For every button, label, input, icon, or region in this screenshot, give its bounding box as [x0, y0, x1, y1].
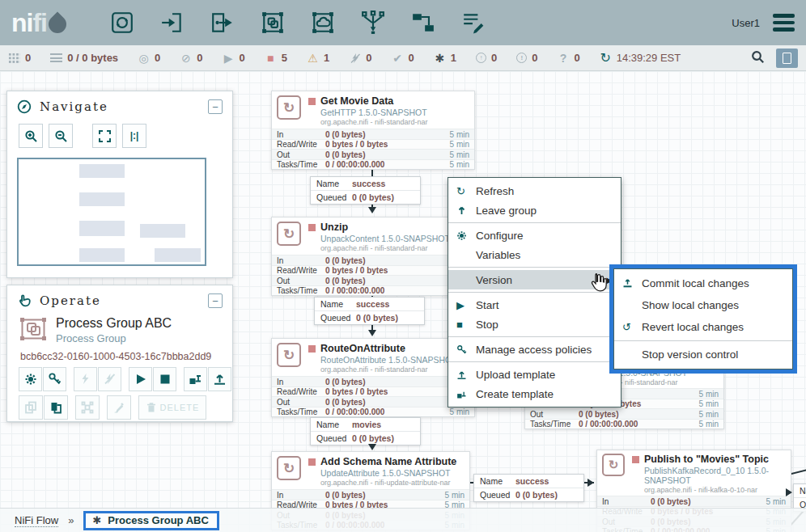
- breadcrumb-separator: »: [68, 514, 74, 526]
- processor-card[interactable]: ↻ Get Movie Data GetHTTP 1.5.0-SNAPSHOT …: [271, 91, 475, 170]
- breadcrumb-current-label: Process Group ABC: [108, 514, 209, 526]
- connection-name: movies: [352, 420, 381, 429]
- processor-stamp-icon: ↻: [277, 222, 301, 246]
- zoom-in-button[interactable]: [19, 124, 43, 148]
- stopped-indicator-icon: [308, 224, 316, 231]
- connection-queued-label: Queued: [480, 490, 515, 500]
- play-icon: ▶: [456, 299, 476, 311]
- selected-component-name: Process Group ABC: [56, 316, 172, 331]
- stat-value: 0 (0 bytes): [325, 277, 450, 285]
- copy-button[interactable]: [19, 395, 43, 420]
- template-icon: [456, 389, 476, 399]
- label-icon[interactable]: [460, 9, 487, 36]
- connection-label[interactable]: Namemovies Queued0 (0 bytes): [310, 417, 421, 445]
- stat-label: Read/Write: [277, 387, 325, 396]
- stat-value: 0 / 00:00:00.000: [579, 420, 699, 429]
- birdseye-minimap[interactable]: [17, 158, 206, 266]
- invalid-stat: ⚠1: [307, 52, 329, 64]
- compass-icon: [17, 99, 32, 114]
- stat-label: Out: [277, 150, 325, 159]
- stat-window: 5 min: [699, 390, 719, 399]
- stat-value: 0 / 00:00:00.000: [325, 286, 450, 295]
- stale-stat: ↑0: [476, 52, 497, 64]
- stat-value: 0 (0 bytes): [651, 497, 766, 506]
- delete-button[interactable]: DELETE: [138, 395, 206, 420]
- access-policies-button[interactable]: [43, 367, 66, 391]
- group-button[interactable]: [75, 395, 100, 420]
- sync-failure-icon: ?: [557, 53, 569, 64]
- upload-icon: [456, 369, 476, 380]
- stat-window: 5 min: [699, 410, 719, 419]
- menu-item-configure[interactable]: Configure: [448, 226, 621, 245]
- page-icon: [783, 53, 791, 64]
- navigate-title: Navigate: [40, 99, 108, 114]
- menu-item-manage-access-policies[interactable]: Manage access policies: [448, 340, 621, 359]
- search-icon[interactable]: [751, 50, 765, 66]
- template-icon[interactable]: [409, 9, 437, 36]
- paste-button[interactable]: [44, 395, 68, 420]
- stat-label: Tasks/Time: [277, 407, 325, 416]
- submenu-item-stop-version-control[interactable]: Stop version control: [614, 344, 792, 365]
- connection-queued: 0 (0 bytes): [352, 433, 394, 443]
- menu-item-start[interactable]: ▶Start: [448, 295, 621, 315]
- current-user-label: User1: [732, 17, 760, 29]
- minimap-component-rect: [79, 164, 125, 178]
- global-menu-icon[interactable]: [773, 14, 795, 32]
- menu-item-refresh[interactable]: ↻Refresh: [448, 181, 621, 201]
- operate-panel: Operate − Process Group ABC Process Grou…: [6, 285, 233, 422]
- zoom-actual-size-button[interactable]: |:|: [122, 124, 146, 148]
- sidebar-toggle-button[interactable]: [776, 49, 798, 68]
- upload-template-button[interactable]: [208, 367, 231, 391]
- leave-group-icon: [456, 205, 476, 216]
- stop-button[interactable]: [153, 367, 176, 391]
- submenu-item-revert-local-changes[interactable]: ↺Revert local changes: [614, 316, 792, 338]
- up-to-date-stat: ✔0: [392, 52, 414, 64]
- status-bar: 0 0 / 0 bytes ◎0 ⊘0 ▶0 ■5 ⚠1 0 ✔0 ✱1 ↑0 …: [0, 45, 806, 71]
- collapse-operate-button[interactable]: −: [208, 293, 223, 308]
- create-template-button[interactable]: [184, 367, 207, 391]
- refresh-icon[interactable]: ↻: [600, 52, 612, 65]
- zoom-out-button[interactable]: [49, 124, 73, 148]
- disable-button[interactable]: [98, 367, 121, 391]
- remote-process-group-icon[interactable]: [309, 9, 337, 36]
- stat-window: 5 min: [699, 399, 719, 408]
- stopped-indicator-icon: [632, 456, 639, 463]
- enable-button[interactable]: [74, 367, 97, 391]
- minimap-component-rect: [79, 192, 125, 206]
- menu-item-upload-template[interactable]: Upload template: [448, 365, 621, 384]
- breadcrumb-current-group[interactable]: ✱ Process Group ABC: [83, 511, 218, 530]
- stat-value: 0 (0 bytes): [325, 398, 450, 407]
- menu-item-stop[interactable]: ■Stop: [448, 315, 621, 334]
- stat-label: In: [602, 497, 651, 506]
- breadcrumb-root-link[interactable]: NiFi Flow: [15, 514, 58, 527]
- submenu-item-show-local-changes[interactable]: Show local changes: [614, 294, 792, 316]
- processor-name: Add Schema Name Attribute: [320, 456, 456, 467]
- stat-label: Read/Write: [277, 140, 325, 149]
- processor-card[interactable]: ↻ Unzip UnpackContent 1.5.0-SNAPSHOT org…: [271, 217, 475, 296]
- processor-card[interactable]: ↻ RouteOnAttribute RouteOnAttribute 1.5.…: [271, 338, 475, 417]
- stat-value: 0 (0 bytes): [325, 130, 450, 139]
- stat-window: 5 min: [445, 491, 465, 500]
- output-port-icon[interactable]: [209, 9, 236, 36]
- connection-label[interactable]: Namesuccess Queued0 (0 bytes): [473, 474, 584, 502]
- refresh-status[interactable]: ↻14:39:29 EST: [600, 52, 681, 65]
- fill-color-button[interactable]: [107, 395, 131, 420]
- menu-item-variables[interactable]: Variables: [448, 245, 621, 264]
- connection-label[interactable]: Namesuccess Queued0 (0 bytes): [310, 176, 421, 205]
- configure-button[interactable]: [19, 367, 42, 391]
- zoom-fit-button[interactable]: [92, 124, 117, 148]
- submenu-item-commit-local-changes[interactable]: Commit local changes: [614, 272, 792, 294]
- process-group-icon[interactable]: [259, 9, 286, 36]
- connection-queued: 0 (0 bytes): [352, 192, 394, 202]
- menu-item-create-template[interactable]: Create template: [448, 384, 621, 403]
- connection-label[interactable]: Namesuccess Queued0 (0 bytes): [314, 297, 425, 325]
- funnel-icon[interactable]: [359, 9, 387, 36]
- processor-icon[interactable]: [108, 9, 136, 36]
- process-group-icon: [19, 316, 49, 344]
- menu-item-leave-group[interactable]: Leave group: [448, 201, 621, 220]
- app-header: nifi: [0, 0, 806, 45]
- collapse-navigate-button[interactable]: −: [208, 99, 223, 114]
- input-port-icon[interactable]: [159, 9, 186, 36]
- locally-modified-icon: ✱: [92, 514, 101, 526]
- start-button[interactable]: [129, 367, 152, 391]
